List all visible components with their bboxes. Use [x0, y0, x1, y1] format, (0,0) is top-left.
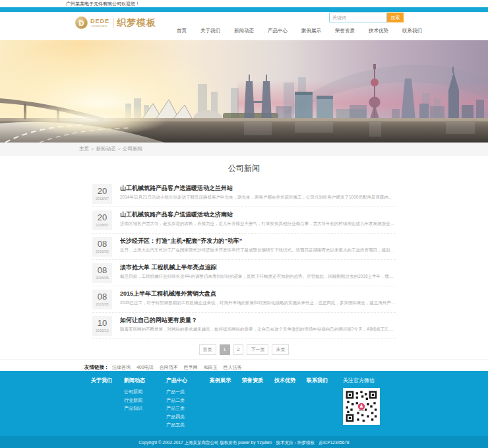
main-nav: 首页关于我们新闻动态产品中心案例展示荣誉资质技术优势联系我们 [163, 28, 422, 34]
news-date-yearmonth: 2016/05 [92, 249, 112, 254]
news-date-box: 102015/10 [92, 316, 112, 336]
footer-column-title[interactable]: 案例展示 [210, 377, 242, 384]
breadcrumb-bar: 主页>新闻动态>公司新闻 [0, 143, 488, 156]
friend-link-4[interactable]: 和田玉 [204, 365, 218, 369]
header-accent-strip [0, 7, 488, 12]
welcome-text: 广州某某电子元件有限公司欢迎您！ [66, 0, 422, 7]
friend-link-2[interactable]: 合同范本 [160, 365, 178, 369]
wechat-qr-code [343, 388, 380, 425]
pagination-button-0[interactable]: 首页 [199, 344, 216, 355]
news-item[interactable]: 202018/07山工机械筑路产品客户送温暖活动之济南站济南区域客户贾大哥，老实… [92, 207, 396, 234]
footer-column-title[interactable]: 荣誉资质 [242, 377, 274, 384]
news-body: 2015上半年工程机械海外营销大盘点2015已过半，对于转型调整期的工程机械企业… [120, 290, 396, 309]
footer-column-title[interactable]: 联系我们 [307, 377, 339, 384]
wechat-title: 关注官方微信 [343, 377, 422, 384]
pagination-button-2[interactable]: 2 [233, 344, 244, 355]
breadcrumb-separator: > [117, 146, 120, 152]
footer-column-5: 技术优势 [274, 377, 307, 431]
footer-sub-link[interactable]: 产品知识 [124, 406, 166, 411]
nav-item-0[interactable]: 首页 [177, 28, 187, 34]
footer-column-title[interactable]: 产品中心 [166, 377, 210, 384]
news-title[interactable]: 山工机械筑路产品客户送温暖活动之济南站 [120, 211, 396, 218]
news-body: 如何让自己的网站更有质量？随着互联网的不断发展，对网站的要求越来越高，如何提高网… [120, 316, 396, 335]
footer-nav-columns: 关于我们新闻动态公司新闻行业新闻产品知识产品中心产品一类产品二类产品三类产品四类… [66, 377, 422, 431]
footer-column-1: 新闻动态公司新闻行业新闻产品知识 [124, 377, 166, 431]
pagination: 首页12下一页末页 [0, 344, 488, 355]
nav-item-7[interactable]: 联系我们 [402, 28, 422, 34]
news-date-yearmonth: 2018/07 [92, 197, 112, 201]
news-body: 山工机械筑路产品客户送温暖活动之兰州站2014年11月21日活动小组分别走访了我… [120, 184, 396, 203]
news-date-day: 08 [92, 237, 112, 249]
city-skyline-illustration [0, 40, 488, 143]
news-item[interactable]: 102015/10如何让自己的网站更有质量？随着互联网的不断发展，对网站的要求越… [92, 313, 396, 339]
news-summary: 截至目前，工程机械行业持续长达4年的调整仍未看到好转的迹象，反而下行幅度还有加剧… [120, 274, 396, 279]
friend-links-label: 友情链接： [84, 364, 109, 370]
logo-brand-text: DEDE [90, 18, 109, 24]
site-footer: 关于我们新闻动态公司新闻行业新闻产品知识产品中心产品一类产品二类产品三类产品四类… [0, 371, 488, 436]
news-summary: 2014年11月21日活动小组分别走访了我司压路机客户申先生，胡先生，两客户都在… [120, 195, 396, 200]
news-date-box: 082016/05 [92, 237, 112, 257]
news-item[interactable]: 082016/05长沙经开区：打造“主机+配套”齐发力的“动车”近日，上海大众汽… [92, 234, 396, 260]
nav-item-3[interactable]: 产品中心 [268, 28, 288, 34]
qr-code-image [345, 390, 378, 423]
nav-item-5[interactable]: 荣誉资质 [335, 28, 355, 34]
news-body: 山工机械筑路产品客户送温暖活动之济南站济南区域客户贾大哥，老实厚道的农民，养殖为… [120, 210, 396, 230]
friend-link-5[interactable]: 巨人法务 [224, 365, 242, 369]
footer-column-title[interactable]: 技术优势 [274, 377, 307, 384]
news-date-day: 08 [92, 263, 112, 276]
news-list: 202018/07山工机械筑路产品客户送温暖活动之兰州站2014年11月21日活… [92, 181, 396, 339]
friend-link-1[interactable]: 400电话 [137, 365, 154, 369]
footer-column-6: 联系我们 [307, 377, 339, 431]
wechat-follow-block: 关注官方微信 [343, 377, 422, 431]
news-summary: 随着互联网的不断发展，对网站的要求越来越高，如何提高网站的质量，让自己在这个竞争… [120, 327, 396, 332]
nav-item-1[interactable]: 关于我们 [200, 28, 220, 34]
news-date-yearmonth: 2016/05 [92, 276, 112, 280]
friend-links-bar: 友情链接： 法律咨询400电话合同范本巨孚网和田玉巨人法务 [0, 359, 488, 371]
news-date-day: 10 [92, 316, 112, 329]
footer-sub-link[interactable]: 产品一类 [166, 389, 210, 395]
news-item[interactable]: 202018/07山工机械筑路产品客户送温暖活动之兰州站2014年11月21日活… [92, 181, 396, 207]
footer-sub-link[interactable]: 产品四类 [166, 414, 210, 420]
footer-sub-link[interactable]: 产品三类 [166, 406, 210, 411]
footer-column-title[interactable]: 新闻动态 [124, 377, 166, 384]
news-body: 淡市抢大单 工程机械上半年亮点追踪截至目前，工程机械行业持续长达4年的调整仍未看… [120, 263, 396, 282]
footer-column-4: 荣誉资质 [242, 377, 274, 431]
search-button[interactable]: 搜索 [387, 13, 404, 22]
footer-sub-link[interactable]: 产品二类 [166, 398, 210, 403]
site-logo[interactable]: D DEDE -DEDECMS- 织梦模板 [75, 16, 156, 29]
news-title[interactable]: 淡市抢大单 工程机械上半年亮点追踪 [120, 264, 396, 271]
footer-column-title[interactable]: 关于我们 [91, 377, 124, 384]
news-date-box: 202018/07 [92, 210, 112, 230]
pagination-button-1[interactable]: 1 [220, 344, 230, 355]
footer-sub-link[interactable]: 产品五类 [166, 422, 210, 428]
footer-sub-link[interactable]: 行业新闻 [124, 398, 166, 403]
breadcrumb-item-0[interactable]: 主页 [79, 146, 89, 152]
news-date-day: 20 [92, 210, 112, 223]
nav-item-2[interactable]: 新闻动态 [234, 28, 254, 34]
site-name: 织梦模板 [117, 17, 156, 29]
news-date-box: 082016/05 [92, 290, 112, 309]
site-header: D DEDE -DEDECMS- 织梦模板 搜索 首页关于我们新闻动态产品中心案… [0, 12, 488, 40]
news-title[interactable]: 山工机械筑路产品客户送温暖活动之兰州站 [120, 185, 396, 192]
friend-link-3[interactable]: 巨孚网 [184, 365, 198, 369]
nav-item-6[interactable]: 技术优势 [369, 28, 388, 34]
logo-brand-block: DEDE -DEDECMS- [90, 18, 109, 28]
logo-divider [113, 18, 113, 28]
news-title[interactable]: 2015上半年工程机械海外营销大盘点 [120, 290, 396, 298]
pagination-button-4[interactable]: 末页 [272, 344, 289, 355]
breadcrumb-item-1[interactable]: 新闻动态 [96, 146, 115, 152]
news-title[interactable]: 如何让自己的网站更有质量？ [120, 317, 396, 324]
search-input[interactable] [329, 13, 387, 22]
news-item[interactable]: 082016/05淡市抢大单 工程机械上半年亮点追踪截至目前，工程机械行业持续长… [92, 260, 396, 286]
news-title[interactable]: 长沙经开区：打造“主机+配套”齐发力的“动车” [120, 238, 396, 245]
pagination-button-3[interactable]: 下一页 [247, 344, 268, 355]
news-item[interactable]: 082016/052015上半年工程机械海外营销大盘点2015已过半，对于转型调… [92, 286, 396, 313]
footer-sub-link[interactable]: 公司新闻 [124, 389, 166, 395]
footer-column-3: 案例展示 [210, 377, 242, 431]
nav-item-4[interactable]: 案例展示 [301, 28, 321, 34]
news-date-day: 20 [92, 184, 112, 197]
breadcrumb-item-2: 公司新闻 [123, 146, 142, 152]
footer-column-0: 关于我们 [91, 377, 124, 431]
friend-link-0[interactable]: 法律咨询 [112, 365, 131, 369]
news-summary: 近日，上海大众汽车长沙工厂在国家级长沙经济技术开发区举行了建成暨首辆轿车下线仪式… [120, 247, 396, 253]
